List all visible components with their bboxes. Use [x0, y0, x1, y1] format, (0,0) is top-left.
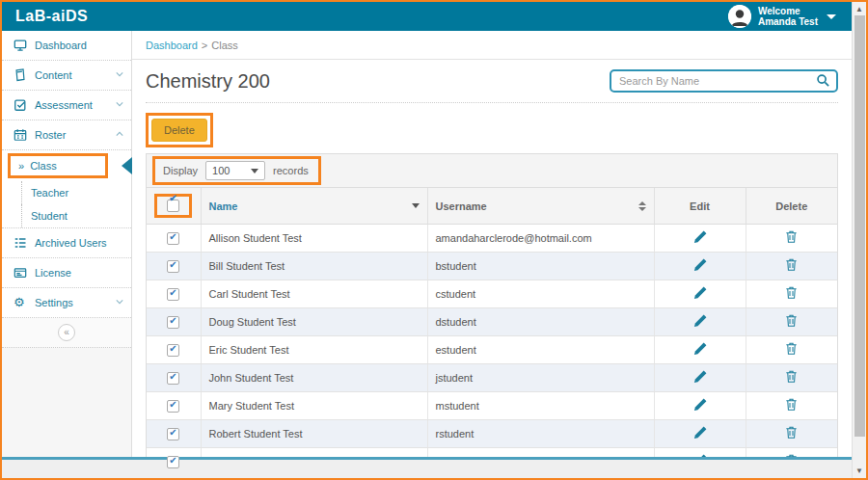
sidebar-collapse-row: «	[2, 318, 131, 348]
sidebar-item-license[interactable]: License	[2, 258, 131, 288]
sort-desc-icon	[412, 203, 420, 208]
sidebar-item-label: Student	[31, 210, 68, 222]
list-icon	[14, 236, 27, 250]
row-checkbox[interactable]	[167, 400, 179, 413]
delete-button[interactable]	[784, 425, 800, 440]
sidebar-item-roster[interactable]: Roster	[2, 120, 131, 150]
edit-button[interactable]	[692, 369, 708, 385]
pencil-icon	[692, 229, 708, 245]
breadcrumb-current: Class	[211, 40, 238, 51]
edit-button[interactable]	[692, 397, 708, 413]
sidebar-item-label: Class	[30, 160, 57, 172]
pencil-icon	[692, 285, 708, 301]
table-row: Robert Student Test rstudent	[147, 420, 837, 448]
username-label: Amanda Test	[758, 16, 818, 27]
monitor-icon	[14, 39, 27, 52]
username-cell: mstudent	[427, 392, 654, 420]
welcome-text: Welcome Amanda Test	[758, 6, 818, 27]
sidebar-item-teacher[interactable]: Teacher	[2, 181, 131, 204]
delete-button[interactable]	[784, 369, 800, 385]
lab-aids-logo: LaB-aiDS	[2, 8, 88, 25]
chevron-down-icon[interactable]	[827, 14, 836, 19]
delete-selected-button[interactable]: Delete	[151, 119, 207, 142]
sidebar-filler	[2, 348, 131, 457]
search-icon[interactable]	[816, 73, 830, 88]
username-column-header[interactable]: Username	[427, 188, 654, 225]
delete-button[interactable]	[784, 257, 800, 273]
card-icon	[14, 266, 27, 280]
delete-button[interactable]	[784, 341, 800, 357]
sidebar-item-label: Dashboard	[35, 40, 123, 51]
table-row: Carl Student Test cstudent	[147, 280, 837, 308]
gear-icon: ⚙	[14, 296, 27, 309]
table-row: Doug Student Test dstudent	[147, 308, 837, 336]
sidebar-item-content[interactable]: Content	[2, 61, 131, 91]
sidebar-item-settings[interactable]: ⚙ Settings	[2, 288, 131, 318]
trash-icon	[784, 285, 799, 300]
username-cell: jstudent	[427, 364, 654, 392]
edit-button[interactable]	[692, 341, 708, 357]
sidebar-item-assessment[interactable]: Assessment	[2, 91, 131, 120]
annotation-highlight-class: » Class	[8, 153, 108, 178]
name-column-header[interactable]: Name	[201, 188, 427, 225]
sidebar-item-class[interactable]: » Class	[2, 150, 131, 181]
student-name-cell: Mary Student Test	[201, 392, 427, 420]
row-checkbox[interactable]	[167, 428, 179, 440]
table-row: John Student Test jstudent	[147, 364, 837, 392]
delete-button[interactable]	[784, 285, 800, 301]
delete-column-header: Delete	[746, 188, 837, 225]
edit-button[interactable]	[692, 425, 708, 440]
sidebar-item-label: License	[35, 267, 123, 279]
row-checkbox[interactable]	[167, 344, 179, 357]
person-icon	[728, 5, 751, 28]
select-all-checkbox[interactable]	[167, 200, 179, 212]
edit-button[interactable]	[692, 257, 708, 273]
edit-column-header: Edit	[654, 188, 746, 225]
edit-button[interactable]	[692, 285, 708, 301]
row-checkbox[interactable]	[167, 260, 179, 273]
row-checkbox[interactable]	[167, 316, 179, 329]
students-table-container: Display 100 records	[146, 153, 838, 477]
chevron-down-icon	[116, 71, 123, 79]
scroll-up-arrow-icon[interactable]: ▲	[853, 5, 866, 13]
scrollbar-thumb[interactable]	[854, 15, 865, 437]
trash-icon	[784, 229, 799, 244]
row-checkbox[interactable]	[167, 372, 179, 385]
book-icon	[14, 68, 27, 82]
welcome-label: Welcome	[758, 6, 818, 16]
records-per-page-select[interactable]: 100	[205, 161, 265, 180]
edit-button[interactable]	[692, 229, 708, 245]
username-cell: amandaharclerode@hotmail.com	[427, 225, 654, 253]
annotation-highlight-display-records: Display 100 records	[152, 156, 321, 185]
delete-button[interactable]	[784, 313, 800, 329]
user-menu[interactable]: Welcome Amanda Test	[728, 5, 836, 28]
breadcrumb-dashboard-link[interactable]: Dashboard	[146, 40, 198, 51]
username-cell: cstudent	[427, 280, 654, 308]
scroll-down-arrow-icon[interactable]: ▼	[853, 467, 866, 475]
page-title: Chemistry 200	[146, 70, 270, 93]
sidebar-item-label: Teacher	[31, 187, 68, 199]
collapse-sidebar-button[interactable]: «	[58, 324, 75, 341]
delete-button[interactable]	[784, 397, 800, 413]
sidebar-item-archived-users[interactable]: Archived Users	[2, 228, 131, 258]
avatar[interactable]	[728, 5, 751, 28]
sidebar-item-student[interactable]: Student	[2, 204, 131, 227]
row-checkbox[interactable]	[167, 456, 179, 468]
search-input[interactable]	[610, 69, 838, 93]
student-name-cell: Carl Student Test	[201, 280, 427, 308]
pencil-icon	[692, 369, 708, 385]
trash-icon	[784, 313, 799, 328]
search-box	[610, 69, 838, 93]
row-checkbox[interactable]	[167, 232, 179, 245]
sidebar-item-label: Settings	[35, 297, 108, 308]
trash-icon	[784, 257, 799, 272]
sidebar-item-label: Archived Users	[35, 237, 123, 249]
student-name-cell: Eric Student Test	[201, 336, 427, 364]
sidebar-item-dashboard[interactable]: Dashboard	[2, 31, 131, 61]
row-checkbox[interactable]	[167, 288, 179, 301]
divider	[146, 102, 838, 103]
student-name-cell: John Student Test	[201, 364, 427, 392]
vertical-scrollbar[interactable]: ▲ ▼	[852, 2, 866, 478]
edit-button[interactable]	[692, 313, 708, 329]
delete-button[interactable]	[784, 229, 800, 245]
